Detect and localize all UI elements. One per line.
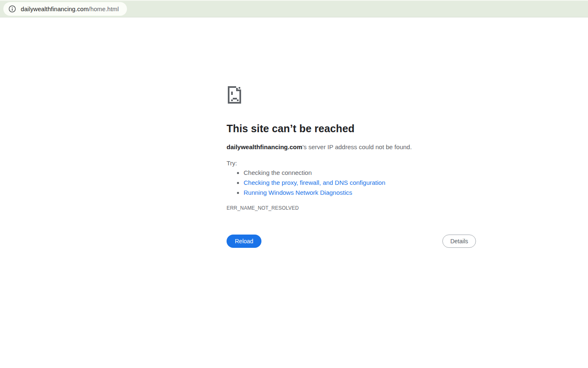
info-circle-icon[interactable]	[9, 5, 16, 12]
suggestion-item: Checking the connection	[244, 168, 385, 178]
network-diagnostics-link[interactable]: Running Windows Network Diagnostics	[244, 189, 352, 196]
suggestion-list: Checking the connection Checking the pro…	[227, 168, 385, 198]
suggestion-text: Checking the connection	[244, 169, 312, 176]
suggestion-item: Running Windows Network Diagnostics	[244, 188, 385, 198]
details-button[interactable]: Details	[442, 235, 476, 248]
reload-button[interactable]: Reload	[227, 235, 261, 248]
address-bar[interactable]: dailywealthfinancing.com/home.html	[3, 2, 127, 16]
try-label: Try:	[227, 160, 237, 167]
proxy-firewall-dns-link[interactable]: Checking the proxy, firewall, and DNS co…	[244, 179, 385, 186]
error-page-content: This site can’t be reached dailywealthfi…	[227, 17, 476, 368]
url-path: /home.html	[89, 6, 119, 12]
url-domain: dailywealthfinancing.com	[21, 6, 89, 12]
error-message-suffix: ’s server IP address could not be found.	[303, 143, 412, 150]
sad-file-icon	[227, 85, 242, 104]
error-message-domain: dailywealthfinancing.com	[227, 143, 303, 150]
url-text[interactable]: dailywealthfinancing.com/home.html	[21, 6, 119, 12]
suggestion-item: Checking the proxy, firewall, and DNS co…	[244, 178, 385, 188]
error-message: dailywealthfinancing.com’s server IP add…	[227, 143, 412, 151]
page-title: This site can’t be reached	[227, 122, 354, 136]
error-code: ERR_NAME_NOT_RESOLVED	[227, 205, 299, 211]
browser-toolbar: dailywealthfinancing.com/home.html	[0, 0, 588, 17]
button-row: Reload Details	[227, 235, 476, 248]
